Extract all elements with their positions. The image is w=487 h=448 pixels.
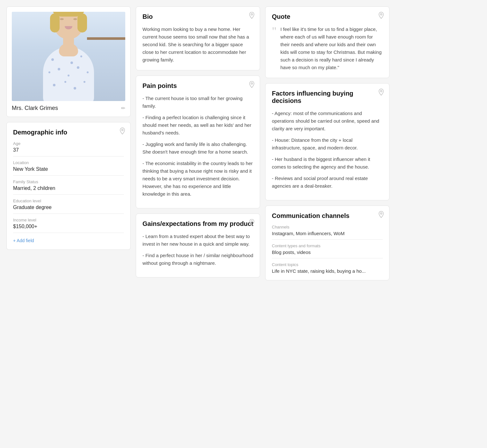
content-topics-value: Life in NYC state, raising kids, buying … — [272, 268, 383, 274]
svg-point-2 — [70, 61, 73, 64]
gains-title: Gains/expectations from my product — [142, 220, 253, 228]
factor-item-3: - Her husband is the biggest influencer … — [272, 155, 383, 171]
bio-card: Bio Working mom looking to buy a new hom… — [136, 6, 260, 70]
factors-body: - Agency: most of the communications and… — [272, 110, 383, 190]
pin-icon-quote — [378, 12, 384, 20]
factor-item-4: - Reviews and social proof around real e… — [272, 175, 383, 190]
svg-point-17 — [381, 14, 382, 15]
svg-point-10 — [64, 81, 66, 83]
svg-point-14 — [251, 14, 253, 15]
svg-point-3 — [80, 55, 82, 57]
quote-content: " I feel like it's time for us to find a… — [272, 25, 383, 71]
svg-point-12 — [84, 81, 85, 83]
age-label: Age — [13, 141, 124, 146]
svg-point-18 — [381, 90, 382, 92]
add-field-button[interactable]: + Add field — [13, 238, 124, 243]
factors-card: Factors influencing buying decisions - A… — [265, 83, 389, 200]
pin-icon-demographic — [120, 127, 125, 136]
pin-icon-comm — [378, 211, 384, 220]
gains-item-2: - Find a perfect house in her / similar … — [142, 252, 253, 267]
hair-left — [50, 13, 60, 33]
svg-point-5 — [58, 68, 60, 70]
bio-title: Bio — [142, 13, 253, 20]
demographic-title: Demographic info — [13, 129, 124, 136]
profile-name-row: Mrs. Clark Grimes ✏ — [12, 105, 125, 112]
pin-icon-factors — [378, 89, 384, 97]
middle-column: Bio Working mom looking to buy a new hom… — [136, 6, 260, 280]
profile-name: Mrs. Clark Grimes — [12, 105, 58, 112]
income-value: $150,000+ — [13, 224, 124, 233]
channels-value: Instagram, Mom influencers, WoM — [272, 231, 383, 240]
pain-item-2: - Finding a perfect location is challeng… — [142, 114, 253, 137]
gains-item-1: - Learn from a trusted expert about the … — [142, 233, 253, 248]
pain-item-4: - The economic instability in the countr… — [142, 160, 253, 198]
pain-points-title: Pain points — [142, 82, 253, 90]
quote-text: I feel like it's time for us to find a b… — [280, 25, 383, 71]
svg-point-7 — [77, 66, 79, 69]
communication-title: Communication channels — [272, 212, 383, 220]
svg-point-8 — [87, 71, 89, 73]
demographic-card: Demographic info Age 37 Location New Yor… — [6, 122, 131, 250]
pain-item-3: - Juggling work and family life is also … — [142, 141, 253, 156]
hair-right — [77, 13, 87, 33]
content-topics-label: Content topics — [272, 262, 383, 267]
factor-item-2: - House: Distance from the city + local … — [272, 136, 383, 152]
quote-title: Quote — [272, 13, 383, 20]
gains-card: Gains/expectations from my product - Lea… — [136, 213, 260, 278]
svg-point-15 — [251, 83, 253, 84]
pain-item-1: - The current house is too small for her… — [142, 95, 253, 110]
age-value: 37 — [13, 147, 124, 156]
content-types-label: Content types and formats — [272, 243, 383, 248]
hands — [59, 44, 78, 56]
svg-point-0 — [51, 58, 54, 61]
svg-point-4 — [48, 71, 50, 73]
bio-text: Working mom looking to buy a new home. H… — [142, 25, 253, 64]
education-label: Education level — [13, 199, 124, 203]
profile-photo — [12, 12, 125, 101]
pin-icon-gains — [249, 219, 255, 228]
communication-card: Communication channels Channels Instagra… — [265, 206, 389, 280]
factor-item-1: - Agency: most of the communications and… — [272, 110, 383, 133]
svg-point-6 — [68, 75, 69, 76]
quote-mark: " — [272, 25, 277, 37]
pain-points-body: - The current house is too small for her… — [142, 95, 253, 198]
edit-icon[interactable]: ✏ — [121, 105, 125, 111]
left-column: Mrs. Clark Grimes ✏ Demographic info Age… — [6, 6, 131, 280]
location-label: Location — [13, 160, 124, 165]
channels-label: Channels — [272, 225, 383, 229]
svg-point-19 — [381, 213, 382, 214]
pain-points-card: Pain points - The current house is too s… — [136, 76, 260, 208]
gains-body: - Learn from a trusted expert about the … — [142, 233, 253, 267]
pin-icon-bio — [249, 12, 255, 20]
pin-icon-pain — [249, 81, 255, 90]
income-label: Income level — [13, 218, 124, 222]
family-status-value: Married, 2 children — [13, 185, 124, 195]
location-value: New York State — [13, 166, 124, 176]
svg-point-11 — [74, 87, 76, 90]
content-types-value: Blog posts, videos — [272, 249, 383, 258]
profile-card: Mrs. Clark Grimes ✏ — [6, 6, 131, 117]
factors-title: Factors influencing buying decisions — [272, 90, 383, 105]
right-column: Quote " I feel like it's time for us to … — [265, 6, 389, 280]
svg-point-9 — [53, 84, 55, 86]
svg-point-13 — [122, 129, 123, 131]
svg-point-16 — [251, 221, 253, 222]
education-value: Graduate degree — [13, 205, 124, 214]
quote-card: Quote " I feel like it's time for us to … — [265, 6, 389, 78]
family-status-label: Family Status — [13, 179, 124, 184]
